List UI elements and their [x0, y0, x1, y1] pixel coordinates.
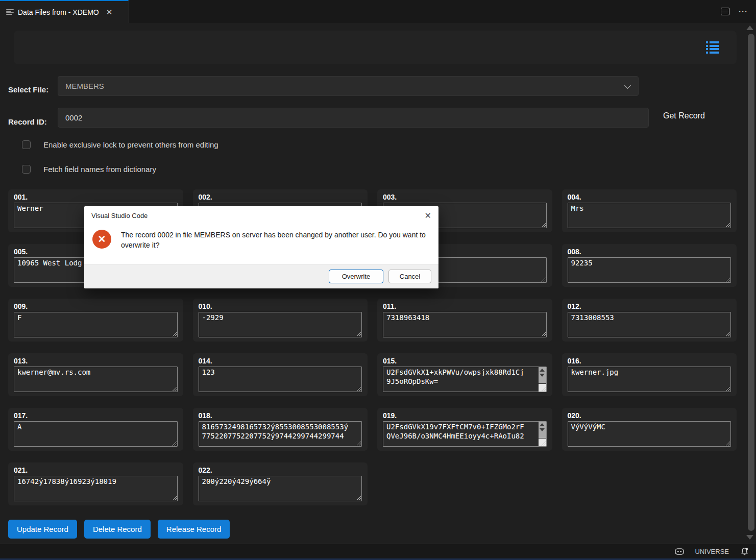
field-card-004: 004.Mrs	[562, 189, 737, 232]
file-select-value: MEMBERS	[65, 82, 104, 90]
bell-icon	[740, 547, 749, 556]
resize-grip-box	[539, 384, 546, 392]
get-record-button[interactable]: Get Record	[663, 111, 705, 120]
field-card-009: 009.F	[8, 299, 183, 342]
resize-grip-box	[539, 439, 546, 446]
vscode-modal-dialog: Visual Studio Code ✕ ✕ The record 0002 i…	[84, 206, 438, 288]
field-label: 018.	[199, 410, 362, 421]
scroll-up-icon[interactable]	[540, 369, 545, 372]
field-019-textarea[interactable]: U2FsdGVkX19v7FXFtCM7v0+IFZGMo2rF QVeJ96B…	[383, 421, 547, 447]
field-021-textarea[interactable]: 16742ý17838ý16923ý18019	[14, 476, 178, 501]
fetch-dictionary-option[interactable]: Fetch field names from dictionary	[22, 165, 156, 174]
scroll-up-icon[interactable]	[540, 423, 545, 426]
field-label: 003.	[383, 192, 547, 203]
field-label: 015.	[383, 356, 547, 367]
textarea-scrollbar[interactable]	[539, 422, 546, 438]
scroll-down-icon[interactable]	[540, 428, 545, 431]
dialog-title: Visual Studio Code	[91, 212, 148, 220]
field-012-textarea[interactable]: 7313008553	[568, 312, 731, 337]
exclusive-lock-checkbox[interactable]	[22, 140, 31, 149]
field-label: 009.	[14, 301, 178, 312]
field-016-textarea[interactable]: kwerner.jpg	[568, 367, 731, 392]
field-label: 002.	[199, 192, 362, 203]
field-014-textarea[interactable]: 123	[199, 367, 362, 392]
field-label: 014.	[199, 356, 362, 367]
field-card-010: 010.-2929	[193, 299, 368, 342]
release-record-button[interactable]: Release Record	[158, 520, 230, 539]
delete-record-button[interactable]: Delete Record	[84, 520, 151, 539]
field-label: 011.	[383, 301, 547, 312]
field-card-017: 017.A	[8, 408, 183, 451]
cancel-button[interactable]: Cancel	[388, 270, 431, 283]
fetch-dictionary-checkbox[interactable]	[22, 165, 31, 174]
field-card-019: 019.U2FsdGVkX19v7FXFtCM7v0+IFZGMo2rF QVe…	[377, 408, 552, 451]
field-card-018: 018.8165732498165732ý8553008553008553ý 7…	[193, 408, 368, 451]
field-card-021: 021.16742ý17838ý16923ý18019	[8, 462, 183, 505]
field-011-textarea[interactable]: 7318963418	[383, 312, 547, 337]
field-card-012: 012.7313008553	[562, 299, 737, 342]
status-bar: UNIVERSE	[0, 544, 756, 558]
field-018-textarea[interactable]: 8165732498165732ý8553008553008553ý 77522…	[199, 421, 362, 447]
record-id-input[interactable]	[58, 108, 649, 128]
tab-title: Data Files from - XDEMO	[18, 8, 99, 16]
field-label: 012.	[568, 301, 731, 312]
chevron-down-icon	[624, 82, 631, 89]
field-label: 004.	[568, 192, 731, 203]
field-015-textarea[interactable]: U2FsdGVkX1+xkPWVu/owpsjxk88Rd1Cj 9J5oROp…	[383, 367, 547, 392]
copilot-status-item[interactable]	[675, 548, 684, 555]
dialog-close-icon[interactable]: ✕	[425, 211, 431, 221]
scrollbar-thumb[interactable]	[748, 34, 754, 531]
exclusive-lock-label: Enable exclusive lock to prevent others …	[43, 140, 218, 149]
list-view-icon	[706, 41, 719, 54]
update-record-button[interactable]: Update Record	[8, 520, 77, 539]
server-status-item[interactable]: UNIVERSE	[695, 548, 729, 555]
notifications-status-item[interactable]	[740, 547, 749, 556]
split-editor-icon[interactable]	[721, 8, 729, 15]
field-card-008: 008.92235	[562, 244, 737, 287]
error-icon: ✕	[92, 230, 111, 249]
field-010-textarea[interactable]: -2929	[199, 312, 362, 337]
textarea-scrollbar[interactable]	[539, 367, 546, 383]
field-card-014: 014.123	[193, 353, 368, 396]
field-card-016: 016.kwerner.jpg	[562, 353, 737, 396]
webview-list-icon	[6, 9, 14, 15]
field-008-textarea[interactable]: 92235	[568, 257, 731, 283]
scroll-up-arrow[interactable]	[746, 26, 753, 30]
field-list-view-button[interactable]	[703, 38, 722, 57]
field-004-textarea[interactable]: Mrs	[568, 203, 731, 228]
fetch-dictionary-label: Fetch field names from dictionary	[43, 165, 156, 174]
field-card-015: 015.U2FsdGVkX1+xkPWVu/owpsjxk88Rd1Cj 9J5…	[377, 353, 552, 396]
field-label: 022.	[199, 465, 362, 476]
webview-toolbar	[14, 31, 737, 64]
field-label: 001.	[14, 192, 178, 203]
dialog-message: The record 0002 in file MEMBERS on serve…	[121, 230, 429, 250]
field-009-textarea[interactable]: F	[14, 312, 178, 337]
field-card-011: 011.7318963418	[377, 299, 552, 342]
record-id-label: Record ID:	[8, 117, 47, 126]
field-label: 016.	[568, 356, 731, 367]
field-020-textarea[interactable]: VýVýVýMC	[568, 421, 731, 447]
field-card-013: 013.kwerner@mv.rs.com	[8, 353, 183, 396]
tab-close-icon[interactable]: ✕	[106, 8, 113, 17]
scroll-down-arrow[interactable]	[746, 535, 753, 540]
scroll-down-icon[interactable]	[540, 374, 545, 377]
field-label: 019.	[383, 410, 547, 421]
overwrite-button[interactable]: Overwrite	[329, 270, 383, 283]
field-label: 010.	[199, 301, 362, 312]
exclusive-lock-option[interactable]: Enable exclusive lock to prevent others …	[22, 140, 218, 149]
field-card-022: 022.200ý220ý429ý664ÿ	[193, 462, 368, 505]
field-label: 017.	[14, 410, 178, 421]
field-label: 021.	[14, 465, 178, 476]
field-017-textarea[interactable]: A	[14, 421, 178, 447]
field-label: 008.	[568, 247, 731, 257]
field-label: 013.	[14, 356, 178, 367]
server-name: UNIVERSE	[695, 548, 729, 555]
copilot-icon	[675, 548, 684, 555]
file-select-dropdown[interactable]: MEMBERS	[58, 76, 639, 96]
more-actions-icon[interactable]: ···	[739, 7, 748, 16]
tab-data-files[interactable]: Data Files from - XDEMO ✕	[0, 0, 129, 23]
field-013-textarea[interactable]: kwerner@mv.rs.com	[14, 367, 178, 392]
field-022-textarea[interactable]: 200ý220ý429ý664ÿ	[199, 476, 362, 501]
tab-bar: Data Files from - XDEMO ✕ ···	[0, 0, 756, 23]
field-card-020: 020.VýVýVýMC	[562, 408, 737, 451]
